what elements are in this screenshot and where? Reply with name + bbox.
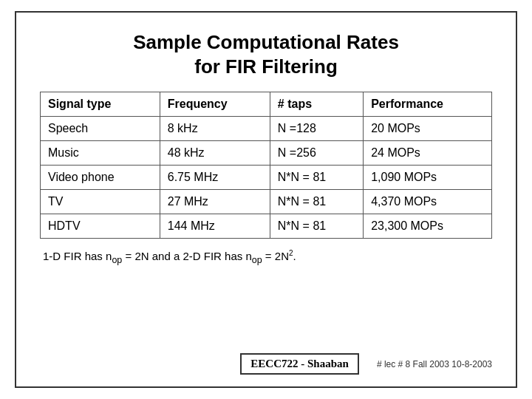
table-cell: N*N = 81 <box>270 214 363 239</box>
table-header-row: Signal type Frequency # taps Performance <box>41 92 492 117</box>
footnote-text-after: = 2N <box>262 250 289 262</box>
footnote-text-before: 1-D FIR has n <box>43 250 112 262</box>
col-header-performance: Performance <box>364 92 492 117</box>
table-cell: Music <box>41 141 160 166</box>
table-cell: 20 MOPs <box>364 117 492 141</box>
slide-title: Sample Computational Rates for FIR Filte… <box>40 30 492 78</box>
col-header-frequency: Frequency <box>160 92 270 117</box>
table-cell: Speech <box>41 117 160 141</box>
table-cell: 4,370 MOPs <box>364 190 492 214</box>
data-table: Signal type Frequency # taps Performance… <box>40 92 492 239</box>
footer-bar: EECC722 - Shaaban # lec # 8 Fall 2003 10… <box>40 353 492 375</box>
table-cell: 27 MHz <box>160 190 270 214</box>
footer-brand: EECC722 - Shaaban <box>240 353 359 375</box>
table-cell: 23,300 MOPs <box>364 214 492 239</box>
table-row: Video phone6.75 MHzN*N = 811,090 MOPs <box>41 166 492 190</box>
title-line1: Sample Computational Rates <box>133 31 399 53</box>
footnote-period: . <box>293 250 296 262</box>
footnote-sub1: op <box>112 255 122 265</box>
table-cell: 6.75 MHz <box>160 166 270 190</box>
col-header-signal-type: Signal type <box>41 92 160 117</box>
slide: Sample Computational Rates for FIR Filte… <box>15 11 517 388</box>
table-cell: 48 kHz <box>160 141 270 166</box>
footnote-text-mid: = 2N and a 2-D FIR has n <box>122 250 252 262</box>
footnote: 1-D FIR has nop = 2N and a 2-D FIR has n… <box>40 249 492 265</box>
table-row: HDTV144 MHzN*N = 8123,300 MOPs <box>41 214 492 239</box>
table-cell: N*N = 81 <box>270 166 363 190</box>
footnote-sub2: op <box>252 255 262 265</box>
table-cell: 144 MHz <box>160 214 270 239</box>
col-header-taps: # taps <box>270 92 363 117</box>
table-cell: N =128 <box>270 117 363 141</box>
table-row: Speech8 kHzN =12820 MOPs <box>41 117 492 141</box>
table-cell: TV <box>41 190 160 214</box>
table-cell: 24 MOPs <box>364 141 492 166</box>
table-cell: 1,090 MOPs <box>364 166 492 190</box>
table-cell: Video phone <box>41 166 160 190</box>
title-line2: for FIR Filtering <box>194 55 338 78</box>
table-cell: N =256 <box>270 141 363 166</box>
table-cell: HDTV <box>41 214 160 239</box>
table-cell: N*N = 81 <box>270 190 363 214</box>
footer-info: # lec # 8 Fall 2003 10-8-2003 <box>377 359 492 369</box>
table-cell: 8 kHz <box>160 117 270 141</box>
table-row: TV27 MHzN*N = 814,370 MOPs <box>41 190 492 214</box>
table-row: Music48 kHzN =25624 MOPs <box>41 141 492 166</box>
